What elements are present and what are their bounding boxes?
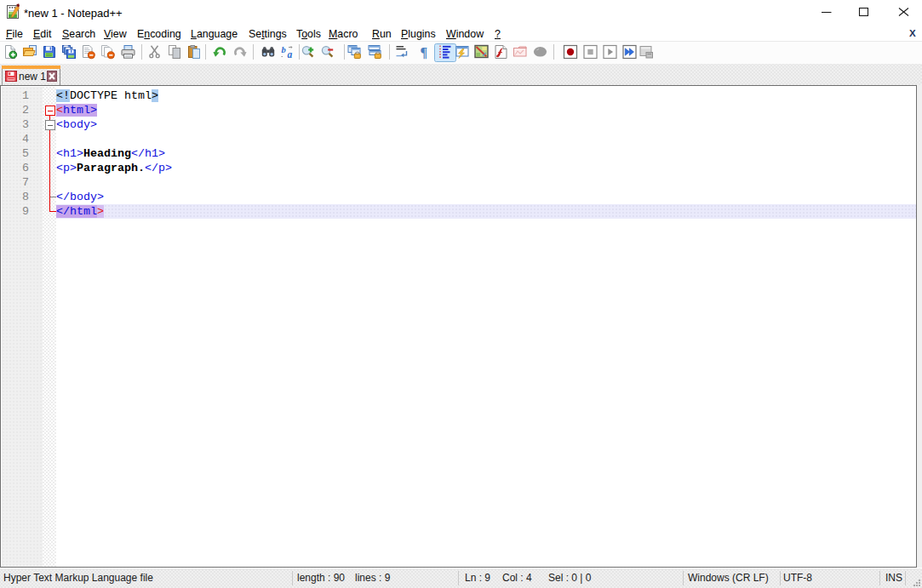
svg-text:¶: ¶ [421, 45, 428, 60]
svg-text:a: a [288, 49, 293, 60]
svg-text:b: b [282, 45, 286, 54]
